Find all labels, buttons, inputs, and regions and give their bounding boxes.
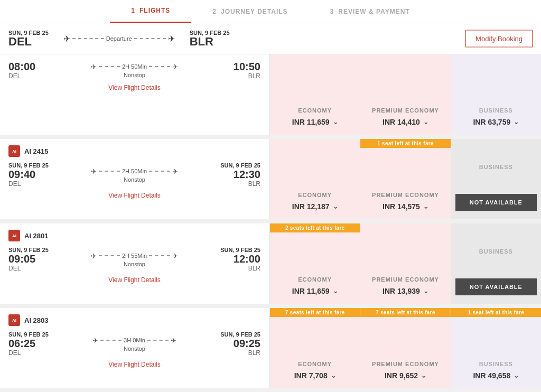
arrive-date-2: SUN, 9 FEB 25 bbox=[220, 247, 260, 253]
fare-type-1-0: ECONOMY bbox=[298, 192, 332, 198]
fare-col-1-0[interactable]: ECONOMYINR 12,187⌄ bbox=[269, 139, 360, 219]
fare-col-2-0[interactable]: 2 seats left at this fareECONOMYINR 11,6… bbox=[269, 223, 360, 304]
fare-type-0-0: ECONOMY bbox=[298, 107, 332, 114]
flight-number-2: AI 2801 bbox=[24, 232, 49, 240]
airline-logo-3: AI bbox=[8, 314, 20, 326]
fare-type-2-0: ECONOMY bbox=[298, 276, 332, 283]
fare-badge-3-2: 1 seat left at this fare bbox=[451, 308, 541, 317]
chevron-icon-0-1[interactable]: ⌄ bbox=[423, 118, 428, 126]
view-details-link-0[interactable]: View Flight Details bbox=[8, 84, 260, 91]
chevron-icon-1-0[interactable]: ⌄ bbox=[333, 203, 338, 210]
fare-type-2-1: PREMIUM ECONOMY bbox=[372, 276, 439, 283]
plane-left-icon-1: ✈ bbox=[91, 167, 97, 175]
nonstop-3: Nonstop bbox=[124, 346, 145, 352]
plane-right-icon-3: ✈ bbox=[171, 337, 176, 344]
flight-number-1: AI 2415 bbox=[24, 147, 49, 155]
fare-price-3-0: INR 7,708⌄ bbox=[294, 371, 336, 380]
depart-time-3: 06:25 bbox=[8, 338, 49, 349]
depart-info-0: 08:00 DEL bbox=[8, 61, 40, 80]
arrive-time-1: 12:30 bbox=[220, 169, 260, 180]
chevron-icon-1-1[interactable]: ⌄ bbox=[423, 203, 428, 210]
arrive-date-1: SUN, 9 FEB 25 bbox=[220, 162, 260, 169]
flight-number-row-3: AI AI 2803 bbox=[8, 314, 260, 326]
depart-date-2: SUN, 9 FEB 25 bbox=[8, 247, 49, 253]
fare-col-0-1[interactable]: PREMIUM ECONOMYINR 14,410⌄ bbox=[360, 54, 450, 135]
fare-badge-2-0: 2 seats left at this fare bbox=[270, 223, 360, 232]
not-available-2-2: NOT AVAILABLE bbox=[455, 278, 537, 295]
step-1[interactable]: 1FLIGHTS bbox=[110, 0, 191, 23]
dashed-line2-2 bbox=[149, 255, 170, 256]
route-direction-label: Departure bbox=[106, 35, 132, 42]
chevron-icon-3-1[interactable]: ⌄ bbox=[421, 372, 426, 379]
fare-col-0-0[interactable]: ECONOMYINR 11,659⌄ bbox=[269, 54, 360, 135]
chevron-icon-3-0[interactable]: ⌄ bbox=[331, 372, 336, 379]
arrive-time-2: 12:00 bbox=[220, 253, 260, 265]
fare-type-0-2: BUSINESS bbox=[479, 107, 513, 114]
price-value-2-1: INR 13,939 bbox=[383, 287, 420, 295]
chevron-icon-0-0[interactable]: ⌄ bbox=[333, 118, 338, 126]
plane-arrive-icon: ✈ bbox=[168, 34, 175, 44]
arrive-info-2: SUN, 9 FEB 25 12:00 BLR bbox=[220, 247, 260, 272]
step-3[interactable]: 3REVIEW & PAYMENT bbox=[309, 0, 431, 23]
view-details-link-1[interactable]: View Flight Details bbox=[8, 192, 260, 199]
progress-bar: 1FLIGHTS2JOURNEY DETAILS3REVIEW & PAYMEN… bbox=[0, 0, 541, 23]
step-num-3: 3 bbox=[330, 8, 334, 15]
dashed-line2-0 bbox=[149, 66, 170, 67]
depart-time-2: 09:05 bbox=[8, 253, 49, 265]
fare-col-3-1[interactable]: 7 seats left at this farePREMIUM ECONOMY… bbox=[360, 308, 450, 388]
nonstop-1: Nonstop bbox=[124, 176, 145, 183]
flight-card-0: 08:00 DEL ✈ 2H 50Min ✈ Nonstop 10:50 BLR… bbox=[0, 54, 541, 139]
fare-col-3-2[interactable]: 1 seat left at this fareBUSINESSINR 49,6… bbox=[451, 308, 541, 388]
route-header: SUN, 9 FEB 25 DEL ✈ Departure ✈ SUN, 9 F… bbox=[0, 23, 541, 54]
step-label-2: JOURNEY DETAILS bbox=[221, 8, 288, 15]
fare-price-0-0: INR 11,659⌄ bbox=[292, 118, 338, 126]
chevron-icon-2-0[interactable]: ⌄ bbox=[333, 287, 338, 295]
airline-logo-2: AI bbox=[8, 230, 20, 241]
chevron-icon-2-1[interactable]: ⌄ bbox=[423, 287, 428, 295]
price-value-1-1: INR 14,575 bbox=[383, 202, 420, 211]
depart-info-2: SUN, 9 FEB 25 09:05 DEL bbox=[8, 247, 49, 272]
fare-type-1-1: PREMIUM ECONOMY bbox=[372, 192, 439, 198]
flight-card-1: AI AI 2415 SUN, 9 FEB 25 09:40 DEL ✈ 2H … bbox=[0, 139, 541, 223]
fare-badge-3-1: 7 seats left at this fare bbox=[360, 308, 450, 317]
nonstop-0: Nonstop bbox=[124, 72, 145, 78]
flights-list: 08:00 DEL ✈ 2H 50Min ✈ Nonstop 10:50 BLR… bbox=[0, 54, 541, 392]
fare-col-0-2[interactable]: BUSINESSINR 63,759⌄ bbox=[451, 54, 541, 135]
depart-city-0: DEL bbox=[8, 72, 40, 80]
chevron-icon-3-2[interactable]: ⌄ bbox=[514, 372, 519, 379]
fare-price-1-1: INR 14,575⌄ bbox=[383, 202, 428, 211]
price-value-3-2: INR 49,658 bbox=[473, 371, 510, 380]
flight-middle-2: ✈ 2H 55Min ✈ Nonstop bbox=[52, 252, 217, 267]
price-value-1-0: INR 12,187 bbox=[292, 202, 330, 211]
fare-col-3-0[interactable]: 7 seats left at this fareECONOMYINR 7,70… bbox=[269, 308, 360, 388]
fare-columns-0: ECONOMYINR 11,659⌄PREMIUM ECONOMYINR 14,… bbox=[269, 54, 541, 135]
flight-details-row-1: SUN, 9 FEB 25 09:40 DEL ✈ 2H 50Min ✈ Non… bbox=[8, 162, 260, 188]
duration-3: 3H 0Min bbox=[124, 337, 145, 343]
price-value-3-1: INR 9,652 bbox=[385, 371, 418, 380]
dashed-line-0 bbox=[99, 66, 120, 67]
plane-right-icon-2: ✈ bbox=[172, 252, 178, 260]
fare-col-1-1[interactable]: 1 seat left at this farePREMIUM ECONOMYI… bbox=[360, 139, 450, 219]
view-details-link-2[interactable]: View Flight Details bbox=[8, 276, 260, 284]
depart-city-3: DEL bbox=[8, 349, 49, 357]
fare-type-3-2: BUSINESS bbox=[479, 361, 513, 367]
price-value-0-0: INR 11,659 bbox=[292, 118, 330, 126]
price-value-0-2: INR 63,759 bbox=[473, 118, 510, 126]
fare-price-0-2: INR 63,759⌄ bbox=[473, 118, 519, 126]
chevron-icon-0-2[interactable]: ⌄ bbox=[514, 118, 519, 126]
flight-number-row-2: AI AI 2801 bbox=[8, 230, 260, 241]
arrive-info-0: 10:50 BLR bbox=[229, 61, 260, 80]
step-2[interactable]: 2JOURNEY DETAILS bbox=[191, 0, 309, 23]
flight-middle-3: ✈ 3H 0Min ✈ Nonstop bbox=[52, 337, 217, 352]
flight-middle-1: ✈ 2H 50Min ✈ Nonstop bbox=[52, 167, 217, 183]
fare-type-1-2: BUSINESS bbox=[479, 164, 513, 170]
fare-columns-3: 7 seats left at this fareECONOMYINR 7,70… bbox=[269, 308, 541, 388]
fare-col-2-1[interactable]: PREMIUM ECONOMYINR 13,939⌄ bbox=[360, 223, 450, 304]
depart-date-3: SUN, 9 FEB 25 bbox=[8, 331, 49, 338]
fare-badge-3-0: 7 seats left at this fare bbox=[270, 308, 360, 317]
depart-time-1: 09:40 bbox=[8, 169, 49, 180]
depart-info-3: SUN, 9 FEB 25 06:25 DEL bbox=[8, 331, 49, 357]
modify-booking-button[interactable]: Modify Booking bbox=[465, 30, 533, 48]
view-details-link-3[interactable]: View Flight Details bbox=[8, 361, 260, 368]
fare-type-3-1: PREMIUM ECONOMY bbox=[372, 361, 439, 367]
